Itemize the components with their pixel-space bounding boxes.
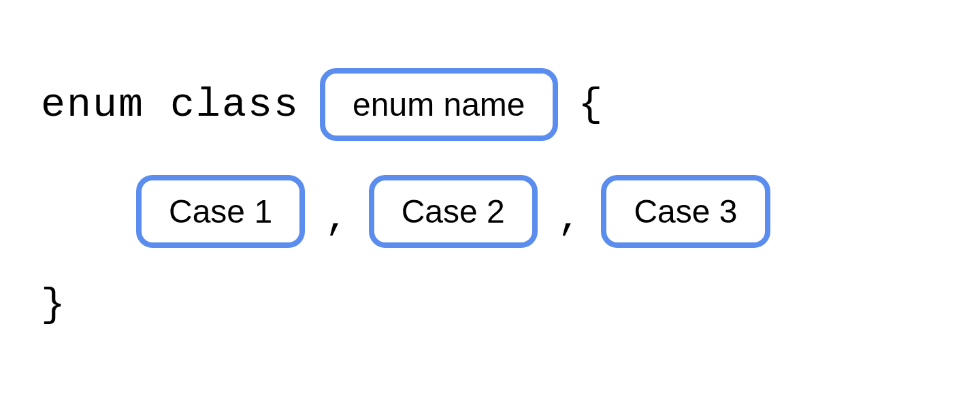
closing-line: } <box>41 282 939 328</box>
separator-1: , <box>325 183 348 240</box>
enum-syntax-diagram: enum class enum name { Case 1 , Case 2 ,… <box>41 68 939 328</box>
enum-class-keyword: enum class <box>41 82 299 128</box>
case-3-placeholder: Case 3 <box>601 175 770 248</box>
enum-name-placeholder: enum name <box>320 68 557 141</box>
separator-2: , <box>558 183 581 240</box>
close-brace: } <box>41 282 65 328</box>
open-brace: { <box>578 82 603 128</box>
case-1-placeholder: Case 1 <box>136 175 305 248</box>
declaration-line: enum class enum name { <box>41 68 939 141</box>
cases-line: Case 1 , Case 2 , Case 3 <box>41 175 939 248</box>
case-2-placeholder: Case 2 <box>369 175 538 248</box>
